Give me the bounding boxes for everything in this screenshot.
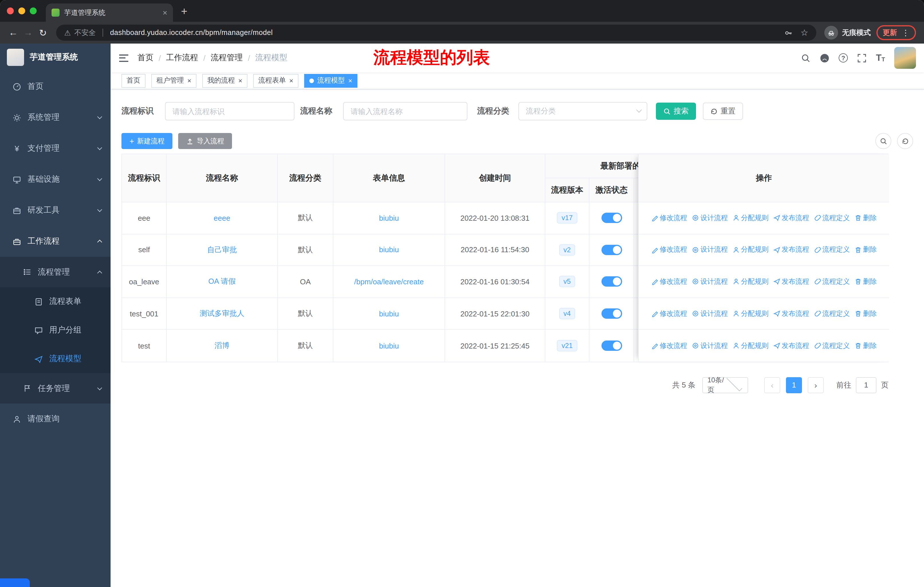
create-process-button[interactable]: + 新建流程 [121, 133, 172, 149]
version-badge[interactable]: v4 [559, 308, 575, 319]
github-icon[interactable] [820, 53, 830, 63]
show-search-button[interactable] [875, 133, 891, 149]
breadcrumb-process-management[interactable]: 流程管理 [211, 53, 243, 63]
forward-button[interactable]: → [21, 25, 36, 40]
active-toggle[interactable] [601, 341, 622, 351]
sidebar-item-home[interactable]: 首页 [0, 71, 111, 102]
next-page-button[interactable]: › [808, 377, 824, 393]
op-publish-process[interactable]: 发布流程 [773, 341, 809, 351]
op-publish-process[interactable]: 发布流程 [773, 309, 809, 318]
op-process-definition[interactable]: 流程定义 [814, 309, 850, 318]
op-edit-process[interactable]: 修改流程 [651, 341, 687, 351]
new-tab-button[interactable]: + [181, 5, 187, 18]
op-edit-process[interactable]: 修改流程 [651, 245, 687, 255]
help-icon[interactable]: ? [839, 53, 848, 63]
tag-process-form[interactable]: 流程表单 × [253, 74, 299, 88]
refresh-table-button[interactable] [897, 133, 913, 149]
sidebar-item-devtools[interactable]: 研发工具 [0, 195, 111, 226]
prev-page-button[interactable]: ‹ [764, 377, 780, 393]
breadcrumb-workflow[interactable]: 工作流程 [166, 53, 198, 63]
op-edit-process[interactable]: 修改流程 [651, 277, 687, 287]
tag-close-icon[interactable]: × [238, 76, 242, 84]
op-design-process[interactable]: 设计流程 [692, 277, 728, 287]
tag-close-icon[interactable]: × [348, 76, 352, 84]
update-chip[interactable]: 更新 ⋮ [876, 25, 916, 40]
window-minimize-button[interactable] [18, 7, 25, 14]
version-badge[interactable]: v5 [559, 276, 575, 288]
form-link[interactable]: biubiu [379, 341, 399, 350]
op-design-process[interactable]: 设计流程 [692, 341, 728, 351]
breadcrumb-home[interactable]: 首页 [137, 53, 153, 63]
version-badge[interactable]: v17 [557, 212, 578, 224]
back-button[interactable]: ← [6, 25, 21, 40]
bookmark-star-icon[interactable]: ☆ [800, 28, 808, 38]
op-design-process[interactable]: 设计流程 [692, 245, 728, 255]
tag-home[interactable]: 首页 [121, 74, 145, 88]
tag-my-process[interactable]: 我的流程 × [202, 74, 248, 88]
window-close-button[interactable] [7, 7, 14, 14]
sidebar-item-user-group[interactable]: 用户分组 [0, 316, 111, 344]
process-name-link[interactable]: 测试多审批人 [200, 308, 244, 319]
sidebar-item-task-management[interactable]: 任务管理 [0, 373, 111, 403]
op-publish-process[interactable]: 发布流程 [773, 213, 809, 223]
sidebar-item-system[interactable]: 系统管理 [0, 102, 111, 133]
sidebar-item-infrastructure[interactable]: 基础设施 [0, 164, 111, 195]
browser-menu-icon[interactable]: ⋮ [902, 28, 910, 37]
op-delete[interactable]: 删除 [855, 245, 877, 255]
active-toggle[interactable] [601, 276, 622, 287]
op-design-process[interactable]: 设计流程 [692, 309, 728, 318]
tag-tenant[interactable]: 租户管理 × [151, 74, 196, 88]
process-key-input[interactable] [165, 102, 294, 121]
sidebar-toggle-icon[interactable] [119, 54, 128, 62]
op-process-definition[interactable]: 流程定义 [814, 245, 850, 255]
active-toggle[interactable] [601, 308, 622, 319]
tab-close-icon[interactable]: × [163, 8, 167, 17]
op-delete[interactable]: 删除 [855, 277, 877, 287]
process-name-link[interactable]: 滔博 [214, 341, 229, 351]
op-delete[interactable]: 删除 [855, 309, 877, 318]
url-text[interactable]: dashboard.yudao.iocoder.cn/bpm/manager/m… [110, 29, 273, 37]
sidebar-item-process-form[interactable]: 流程表单 [0, 287, 111, 316]
op-edit-process[interactable]: 修改流程 [651, 213, 687, 223]
process-name-input[interactable] [343, 102, 467, 121]
tag-close-icon[interactable]: × [289, 76, 293, 84]
op-assign-rule[interactable]: 分配规则 [733, 309, 769, 318]
sidebar-logo[interactable]: 芋道管理系统 [0, 43, 111, 71]
goto-page-input[interactable] [856, 377, 876, 393]
op-design-process[interactable]: 设计流程 [692, 213, 728, 223]
op-assign-rule[interactable]: 分配规则 [733, 245, 769, 255]
op-process-definition[interactable]: 流程定义 [814, 213, 850, 223]
active-toggle[interactable] [601, 245, 622, 255]
op-edit-process[interactable]: 修改流程 [651, 309, 687, 318]
version-badge[interactable]: v2 [559, 244, 575, 256]
tag-process-model[interactable]: 流程模型 × [304, 74, 358, 88]
active-toggle[interactable] [601, 213, 622, 223]
process-category-select[interactable]: 流程分类 [518, 102, 647, 121]
user-avatar[interactable] [894, 47, 916, 69]
font-size-icon[interactable]: TT [876, 53, 885, 63]
process-name-link[interactable]: 自己审批 [207, 245, 237, 255]
op-process-definition[interactable]: 流程定义 [814, 277, 850, 287]
password-key-icon[interactable] [784, 28, 792, 37]
op-publish-process[interactable]: 发布流程 [773, 277, 809, 287]
op-assign-rule[interactable]: 分配规则 [733, 341, 769, 351]
window-zoom-button[interactable] [30, 7, 37, 14]
process-name-link[interactable]: eeee [214, 214, 230, 222]
current-page-button[interactable]: 1 [786, 377, 802, 393]
url-bar[interactable]: ⚠ 不安全 dashboard.yudao.iocoder.cn/bpm/man… [56, 25, 816, 41]
form-link[interactable]: biubiu [379, 246, 399, 254]
version-badge[interactable]: v21 [557, 340, 578, 351]
op-process-definition[interactable]: 流程定义 [814, 341, 850, 351]
incognito-badge[interactable]: 无痕模式 [824, 26, 871, 40]
op-assign-rule[interactable]: 分配规则 [733, 213, 769, 223]
op-delete[interactable]: 删除 [855, 213, 877, 223]
op-assign-rule[interactable]: 分配规则 [733, 277, 769, 287]
import-process-button[interactable]: 导入流程 [178, 133, 232, 149]
tag-close-icon[interactable]: × [187, 76, 191, 84]
reset-button[interactable]: 重置 [703, 103, 743, 120]
form-link[interactable]: biubiu [379, 214, 399, 222]
search-button[interactable]: 搜索 [656, 103, 696, 120]
security-label[interactable]: 不安全 [74, 28, 96, 38]
process-name-link[interactable]: OA 请假 [208, 276, 236, 287]
sidebar-item-workflow[interactable]: 工作流程 [0, 226, 111, 257]
